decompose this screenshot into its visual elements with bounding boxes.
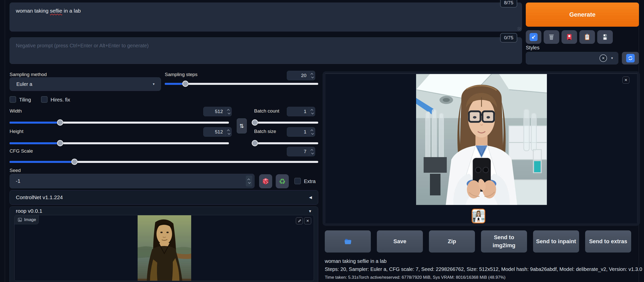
dice-icon bbox=[262, 177, 270, 185]
prompt-text: woman taking bbox=[16, 8, 50, 14]
seed-input[interactable]: -1 bbox=[10, 174, 255, 188]
random-seed-button[interactable] bbox=[259, 174, 272, 188]
output-panel: ✕ bbox=[323, 71, 640, 226]
gallery-thumbnail-selected[interactable] bbox=[472, 209, 485, 223]
slider-handle[interactable] bbox=[182, 81, 189, 87]
sampling-steps-slider[interactable] bbox=[165, 81, 318, 87]
cfg-scale-slider[interactable] bbox=[10, 159, 318, 165]
send-to-img2img-button[interactable]: Send to img2img bbox=[481, 230, 527, 253]
width-number[interactable]: 512 bbox=[203, 107, 232, 116]
clipboard-icon bbox=[583, 33, 591, 41]
number-stepper[interactable] bbox=[309, 147, 315, 156]
number-stepper[interactable] bbox=[309, 127, 315, 136]
slider-handle[interactable] bbox=[252, 119, 258, 126]
spin-down-icon[interactable] bbox=[311, 75, 314, 78]
spin-up-icon[interactable] bbox=[227, 129, 229, 132]
edit-image-button[interactable] bbox=[296, 217, 303, 224]
roop-accordion-header[interactable]: roop v0.0.1 ▼ bbox=[10, 207, 318, 215]
spin-up-icon[interactable] bbox=[247, 178, 250, 181]
height-slider[interactable] bbox=[10, 140, 229, 147]
number-stepper[interactable] bbox=[225, 127, 231, 136]
batch-count-label: Batch count bbox=[254, 108, 279, 114]
spin-down-icon[interactable] bbox=[248, 181, 251, 184]
roop-source-image bbox=[138, 215, 191, 281]
send-to-inpaint-button[interactable]: Send to inpaint bbox=[533, 230, 579, 253]
output-gallery[interactable]: ✕ bbox=[325, 74, 637, 223]
floppy-disk-icon bbox=[601, 33, 609, 41]
sampling-method-dropdown[interactable]: Euler a ▼ bbox=[10, 77, 161, 91]
image-icon bbox=[18, 218, 22, 222]
batch-size-slider[interactable] bbox=[254, 140, 318, 147]
resize-handle-icon[interactable] bbox=[517, 27, 521, 30]
image-tab[interactable]: Image bbox=[15, 215, 39, 224]
hires-fix-checkbox[interactable] bbox=[41, 96, 48, 103]
roop-image-dropzone[interactable]: Image ✕ bbox=[14, 215, 314, 281]
spin-up-icon[interactable] bbox=[310, 129, 313, 132]
close-gallery-button[interactable]: ✕ bbox=[622, 77, 629, 84]
slider-handle[interactable] bbox=[252, 140, 258, 146]
remove-image-button[interactable]: ✕ bbox=[304, 217, 311, 224]
controlnet-title: ControlNet v1.1.224 bbox=[16, 194, 63, 200]
spin-down-icon[interactable] bbox=[227, 132, 230, 134]
negative-prompt-input[interactable]: Negative prompt (press Ctrl+Enter or Alt… bbox=[10, 37, 522, 64]
generate-button[interactable]: Generate bbox=[526, 3, 639, 27]
chevron-left-icon: ◀ bbox=[309, 195, 312, 200]
prompt-input[interactable]: woman taking seflie in a lab bbox=[10, 3, 522, 31]
roop-title: roop v0.0.1 bbox=[16, 208, 42, 214]
generated-image[interactable] bbox=[416, 74, 547, 205]
controlnet-accordion-header[interactable]: ControlNet v1.1.224 ◀ bbox=[10, 190, 318, 204]
spin-up-icon[interactable] bbox=[310, 149, 313, 152]
folder-icon bbox=[344, 238, 352, 245]
sampling-steps-number[interactable]: 20 bbox=[287, 71, 315, 80]
width-slider[interactable] bbox=[10, 119, 229, 126]
prompt-token-counter: 8/75 bbox=[500, 0, 517, 8]
cfg-scale-number[interactable]: 7 bbox=[287, 147, 315, 156]
extra-networks-button[interactable] bbox=[561, 30, 577, 44]
roop-accordion: roop v0.0.1 ▼ Image ✕ bbox=[10, 206, 318, 282]
pencil-icon bbox=[298, 219, 301, 223]
height-number[interactable]: 512 bbox=[203, 127, 232, 137]
batch-size-number[interactable]: 1 bbox=[287, 127, 315, 137]
paste-params-button[interactable]: ↙ bbox=[526, 30, 541, 44]
trash-icon bbox=[548, 33, 555, 41]
recycle-icon: ♻ bbox=[279, 177, 286, 186]
styles-dropdown[interactable]: ✕ ▼ bbox=[526, 52, 618, 64]
clear-prompt-button[interactable] bbox=[544, 30, 559, 44]
spin-up-icon[interactable] bbox=[310, 109, 313, 112]
number-stepper[interactable] bbox=[309, 107, 315, 116]
zip-button[interactable]: Zip bbox=[429, 230, 475, 253]
batch-size-label: Batch size bbox=[254, 129, 276, 134]
spin-down-icon[interactable] bbox=[311, 151, 314, 154]
open-folder-button[interactable] bbox=[325, 230, 371, 253]
batch-count-slider[interactable] bbox=[254, 119, 318, 126]
reuse-seed-button[interactable]: ♻ bbox=[276, 174, 289, 188]
spin-down-icon[interactable] bbox=[227, 111, 230, 114]
slider-handle[interactable] bbox=[57, 119, 63, 126]
spin-up-icon[interactable] bbox=[227, 109, 229, 112]
send-to-extras-button[interactable]: Send to extras bbox=[585, 230, 631, 253]
number-stepper[interactable] bbox=[309, 71, 315, 80]
save-button[interactable]: Save bbox=[377, 230, 423, 253]
number-stepper[interactable] bbox=[225, 107, 231, 116]
slider-handle[interactable] bbox=[71, 159, 77, 165]
extra-seed-checkbox[interactable] bbox=[294, 178, 301, 184]
chevron-down-icon: ▼ bbox=[152, 82, 155, 86]
apply-styles-button[interactable] bbox=[579, 30, 595, 44]
height-label: Height bbox=[10, 129, 23, 134]
tiling-checkbox[interactable] bbox=[10, 96, 16, 103]
extra-seed-label: Extra bbox=[304, 179, 316, 184]
slider-handle[interactable] bbox=[57, 140, 63, 146]
cfg-scale-label: CFG Scale bbox=[10, 148, 33, 154]
save-style-button[interactable] bbox=[597, 30, 613, 44]
chevron-down-icon[interactable]: ▼ bbox=[611, 56, 614, 60]
refresh-styles-button[interactable] bbox=[622, 52, 639, 64]
spin-down-icon[interactable] bbox=[311, 111, 314, 114]
swap-width-height-button[interactable]: ⇅ bbox=[237, 118, 247, 133]
number-stepper[interactable] bbox=[246, 175, 252, 187]
image-tab-label: Image bbox=[24, 217, 36, 222]
spin-down-icon[interactable] bbox=[311, 132, 314, 134]
clear-styles-icon[interactable]: ✕ bbox=[599, 54, 607, 62]
flower-card-icon bbox=[566, 33, 573, 41]
spin-up-icon[interactable] bbox=[310, 73, 313, 76]
batch-count-number[interactable]: 1 bbox=[287, 107, 315, 116]
